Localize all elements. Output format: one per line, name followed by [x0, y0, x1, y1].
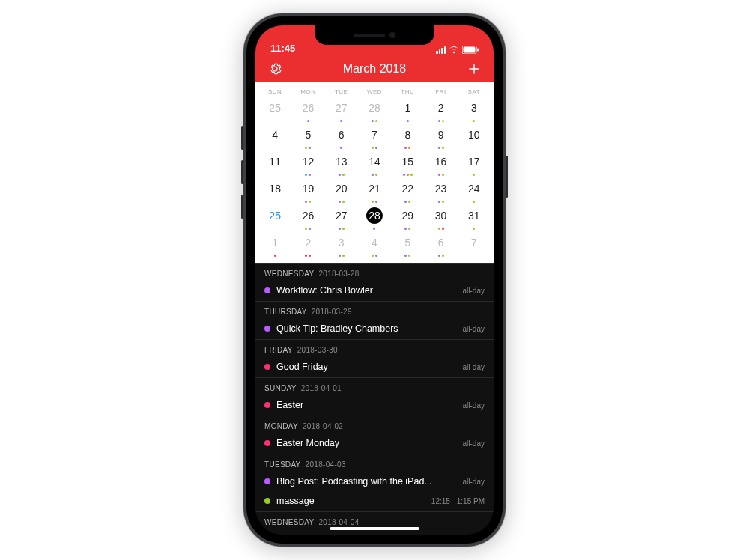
calendar-day[interactable]: 25	[258, 205, 291, 231]
phone-frame: 11:45 March 2018	[243, 13, 506, 547]
calendar-day[interactable]: 9	[424, 124, 457, 150]
agenda-event[interactable]: Quick Tip: Bradley Chambersall-day	[255, 320, 494, 339]
calendar-day[interactable]: 26	[291, 205, 324, 231]
calendar-day[interactable]: 5	[291, 124, 324, 150]
agenda-event[interactable]: Workflow: Chris Bowlerall-day	[255, 281, 494, 301]
event-dots	[458, 228, 491, 230]
event-dots	[458, 120, 491, 122]
calendar-day[interactable]: 7	[358, 124, 391, 150]
agenda-date: 2018-04-02	[303, 422, 343, 430]
agenda-section: MONDAY2018-04-02Easter Mondayall-day	[255, 416, 494, 454]
calendar-day[interactable]: 26	[291, 97, 324, 123]
calendar-day[interactable]: 24	[458, 178, 491, 204]
day-number: 16	[433, 153, 449, 170]
calendar-day[interactable]: 11	[258, 151, 291, 177]
calendar-day[interactable]: 10	[458, 124, 491, 150]
calendar-day[interactable]: 18	[258, 178, 291, 204]
day-number: 15	[399, 153, 416, 170]
agenda-event[interactable]: Good Fridayall-day	[255, 358, 494, 377]
calendar-day[interactable]: 15	[391, 151, 424, 177]
calendar-day[interactable]: 13	[325, 151, 358, 177]
calendar-day[interactable]: 27	[325, 205, 358, 231]
event-color-dot	[264, 287, 270, 293]
day-number: 25	[267, 207, 283, 224]
svg-rect-1	[464, 47, 476, 53]
day-number: 31	[466, 207, 482, 224]
agenda-event[interactable]: Blog Post: Podcasting with the iPad...al…	[255, 472, 494, 492]
wifi-icon	[449, 46, 459, 54]
calendar-day[interactable]: 25	[258, 97, 291, 123]
add-event-button[interactable]	[465, 60, 483, 78]
agenda-list[interactable]: WEDNESDAY2018-03-28Workflow: Chris Bowle…	[255, 263, 494, 535]
calendar-day[interactable]: 23	[424, 178, 457, 204]
event-dots	[424, 255, 457, 257]
event-dots	[325, 174, 358, 176]
agenda-event[interactable]: PVMHA Exec Meeting7:00 - 8:00 PM	[255, 530, 494, 535]
app-header: March 2018	[255, 55, 494, 82]
calendar-day[interactable]: 16	[424, 151, 457, 177]
agenda-weekday: SUNDAY	[264, 384, 297, 392]
calendar-day[interactable]: 28	[358, 205, 391, 231]
calendar-day[interactable]: 17	[458, 151, 491, 177]
agenda-event[interactable]: Easterall-day	[255, 396, 494, 416]
calendar-day[interactable]: 6	[325, 124, 358, 150]
calendar-day[interactable]: 7	[458, 232, 491, 258]
agenda-date-header: TUESDAY2018-04-03	[255, 454, 494, 472]
event-dots	[424, 120, 457, 122]
event-dots	[358, 147, 391, 149]
calendar-day[interactable]: 22	[391, 178, 424, 204]
calendar-day[interactable]: 2	[291, 232, 324, 258]
calendar-day[interactable]: 27	[325, 97, 358, 123]
calendar-day[interactable]: 19	[291, 178, 324, 204]
day-number: 27	[333, 100, 350, 116]
calendar-day[interactable]: 31	[458, 205, 491, 231]
event-dots	[358, 255, 391, 257]
day-number: 12	[300, 153, 316, 170]
event-color-dot	[264, 326, 270, 332]
event-dots	[291, 255, 324, 257]
calendar-day[interactable]: 4	[258, 124, 291, 150]
calendar-day[interactable]: 29	[391, 205, 424, 231]
dow-label: THU	[391, 88, 424, 95]
event-dots	[458, 201, 491, 203]
calendar-day[interactable]: 1	[391, 97, 424, 123]
day-number: 28	[366, 207, 383, 224]
calendar-day[interactable]: 30	[424, 205, 457, 231]
agenda-date-header: MONDAY2018-04-02	[255, 416, 494, 434]
agenda-event[interactable]: Easter Mondayall-day	[255, 434, 494, 454]
day-number: 11	[267, 153, 283, 170]
event-dots	[325, 120, 358, 122]
event-time: all-day	[463, 401, 485, 410]
agenda-weekday: FRIDAY	[264, 346, 293, 354]
event-title: Workflow: Chris Bowler	[276, 285, 457, 296]
agenda-date: 2018-04-04	[318, 518, 359, 526]
page-title[interactable]: March 2018	[343, 62, 407, 76]
calendar-day[interactable]: 14	[358, 151, 391, 177]
home-indicator[interactable]	[330, 527, 419, 530]
day-number: 21	[366, 180, 383, 197]
calendar-day[interactable]: 5	[391, 232, 424, 258]
calendar-day[interactable]: 21	[358, 178, 391, 204]
calendar-day[interactable]: 3	[325, 232, 358, 258]
calendar-day[interactable]: 4	[358, 232, 391, 258]
calendar-day[interactable]: 2	[424, 97, 457, 123]
calendar-day[interactable]: 6	[424, 232, 457, 258]
dow-label: MON	[291, 88, 324, 95]
calendar-day[interactable]: 8	[391, 124, 424, 150]
day-number: 26	[300, 207, 316, 224]
settings-button[interactable]	[266, 60, 284, 78]
calendar-day[interactable]: 1	[258, 232, 291, 258]
calendar-day[interactable]: 3	[458, 97, 491, 123]
event-dots	[391, 228, 424, 230]
agenda-event[interactable]: massage12:15 - 1:15 PM	[255, 492, 494, 511]
agenda-section: WEDNESDAY2018-03-28Workflow: Chris Bowle…	[255, 263, 494, 301]
day-number: 28	[366, 100, 383, 116]
event-title: PVMHA Exec Meeting	[276, 534, 429, 535]
agenda-date: 2018-04-01	[301, 384, 342, 392]
day-number: 30	[433, 207, 449, 224]
day-number: 4	[366, 234, 383, 251]
calendar-day[interactable]: 20	[325, 178, 358, 204]
calendar-day[interactable]: 28	[358, 97, 391, 123]
status-time: 11:45	[270, 43, 295, 54]
calendar-day[interactable]: 12	[291, 151, 324, 177]
